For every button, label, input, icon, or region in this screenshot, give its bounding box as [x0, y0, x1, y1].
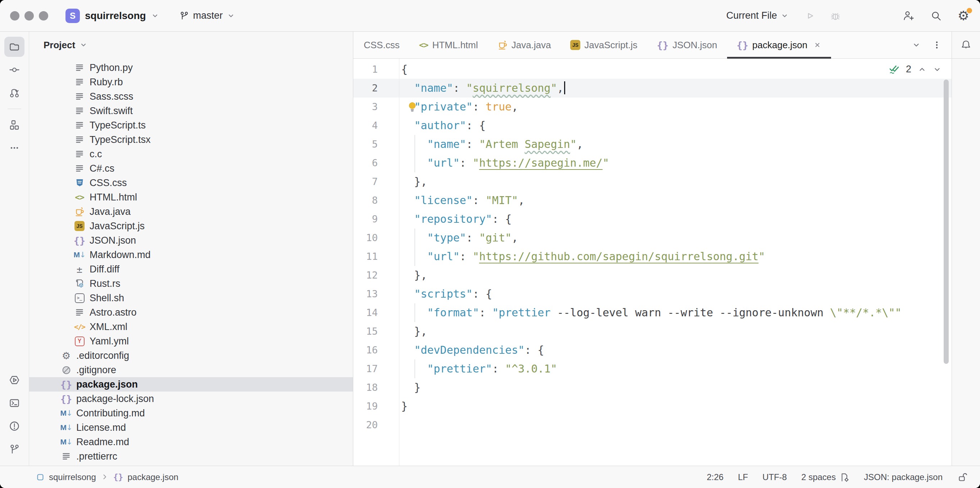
- code-line-content[interactable]: [399, 416, 951, 434]
- tab-css-css[interactable]: CSS.css: [354, 32, 409, 58]
- code-line-content[interactable]: "scripts": {: [399, 285, 951, 303]
- tab-json-json[interactable]: {}JSON.json: [647, 32, 727, 58]
- code-line-content[interactable]: "devDependencies": {: [399, 341, 951, 359]
- code-line-content[interactable]: "author": {: [399, 116, 951, 135]
- vertical-scrollbar[interactable]: [943, 80, 949, 364]
- tree-item-gitignore[interactable]: .gitignore: [29, 363, 353, 377]
- show-hidden-tabs-button[interactable]: [912, 41, 921, 49]
- tab-html-html[interactable]: <>HTML.html: [409, 32, 488, 58]
- tool-stripe-problems-button[interactable]: [4, 416, 24, 436]
- project-widget[interactable]: S squirrelsong: [65, 9, 159, 23]
- vcs-branch-widget[interactable]: master: [179, 10, 235, 21]
- tree-item-shell-sh[interactable]: >_Shell.sh: [29, 291, 353, 305]
- code-token: },: [401, 175, 427, 188]
- code-line-content[interactable]: "private": true,: [399, 97, 951, 116]
- bell-icon[interactable]: [960, 39, 972, 51]
- tree-item-readme-md[interactable]: M↓Readme.md: [29, 435, 353, 449]
- editor-options-kebab-button[interactable]: [932, 40, 942, 49]
- project-panel-header[interactable]: Project: [29, 32, 353, 58]
- tree-item-python-py[interactable]: Python.py: [29, 61, 353, 75]
- tree-item-rust-rs[interactable]: Rust.rs: [29, 276, 353, 291]
- close-window-button[interactable]: [10, 11, 19, 21]
- status-widget-2-26[interactable]: 2:26: [706, 472, 724, 482]
- file-lines-icon: [74, 120, 85, 131]
- tree-item-contributing-md[interactable]: M↓Contributing.md: [29, 406, 353, 420]
- tree-item-prettierrc[interactable]: .prettierrc: [29, 449, 353, 464]
- tree-item-editorconfig[interactable]: ⚙.editorconfig: [29, 348, 353, 363]
- tree-item-html-html[interactable]: <>HTML.html: [29, 190, 353, 204]
- fullscreen-window-button[interactable]: [39, 11, 48, 21]
- code-line-content[interactable]: "name": "squirrelsong",: [399, 79, 951, 97]
- tree-item-css-css[interactable]: CSS.css: [29, 175, 353, 190]
- line-number: 5: [353, 135, 399, 154]
- status-widget-2-spaces[interactable]: 2 spaces: [801, 472, 850, 482]
- breadcrumb-item-squirrelsong[interactable]: squirrelsong: [36, 472, 96, 482]
- tree-item-typescript-tsx[interactable]: TypeScript.tsx: [29, 132, 353, 147]
- code-line-content[interactable]: },: [399, 266, 951, 285]
- code-line-content[interactable]: {: [399, 60, 951, 79]
- tool-stripe-commit-button[interactable]: [4, 60, 24, 80]
- tree-item-javascript-js[interactable]: JSJavaScript.js: [29, 219, 353, 233]
- code-line-content[interactable]: },: [399, 322, 951, 341]
- status-bar-widgets: 2:26LFUTF-82 spacesJSON: package.json: [706, 472, 968, 483]
- tab-package-json[interactable]: {}package.json: [727, 32, 831, 58]
- tool-stripe-pull-request-button[interactable]: [4, 83, 24, 103]
- code-line-content[interactable]: "format": "prettier --log-level warn --w…: [399, 303, 951, 322]
- code-line-content[interactable]: "type": "git",: [399, 228, 951, 247]
- tree-item-package-lock-json[interactable]: {}package-lock.json: [29, 392, 353, 406]
- tree-item-astro-astro[interactable]: Astro.astro: [29, 305, 353, 320]
- minimize-window-button[interactable]: [24, 11, 34, 21]
- tab-javascript-js[interactable]: JSJavaScript.js: [560, 32, 647, 58]
- tree-item-ruby-rb[interactable]: Ruby.rb: [29, 75, 353, 89]
- status-widget-lf[interactable]: LF: [738, 472, 748, 482]
- status-widget-json-package-json[interactable]: JSON: package.json: [864, 472, 943, 482]
- search-everywhere-button[interactable]: [930, 10, 942, 22]
- tree-item-license-md[interactable]: M↓License.md: [29, 420, 353, 435]
- breadcrumb-item-package-json[interactable]: {}package.json: [113, 472, 178, 482]
- code-link[interactable]: https://sapegin.me/: [479, 156, 603, 169]
- code-with-me-button[interactable]: [902, 10, 915, 22]
- previous-problem-button[interactable]: [918, 65, 926, 74]
- tool-stripe-structure-button[interactable]: [4, 115, 24, 135]
- tool-stripe-project-folder-button[interactable]: [4, 37, 24, 57]
- tool-stripe-run-hexagon-button[interactable]: [4, 370, 24, 390]
- tool-stripe-more-button[interactable]: [4, 138, 24, 158]
- tree-item-typescript-ts[interactable]: TypeScript.ts: [29, 118, 353, 132]
- tree-item-markdown-md[interactable]: M↓Markdown.md: [29, 247, 353, 262]
- debug-button[interactable]: [830, 10, 841, 22]
- next-problem-button[interactable]: [933, 65, 942, 74]
- settings-button[interactable]: ⚙: [958, 10, 969, 22]
- tree-item-yaml-yml[interactable]: YYaml.yml: [29, 334, 353, 348]
- code-line-content[interactable]: "url": "https://sapegin.me/": [399, 154, 951, 172]
- tree-item-java-java[interactable]: Java.java: [29, 204, 353, 219]
- code-line-content[interactable]: "url": "https://github.com/sapegin/squir…: [399, 247, 951, 266]
- tree-item-label: .gitignore: [76, 365, 116, 376]
- tree-item-c-cs[interactable]: C#.cs: [29, 161, 353, 175]
- code-line-content[interactable]: "repository": {: [399, 210, 951, 228]
- run-button[interactable]: [805, 10, 815, 21]
- tool-stripe-git-branch-button[interactable]: [4, 439, 24, 459]
- tool-stripe-terminal-button[interactable]: [4, 393, 24, 413]
- run-configuration-selector[interactable]: Current File: [726, 10, 789, 21]
- code-line-content[interactable]: }: [399, 378, 951, 397]
- tree-item-json-json[interactable]: {}JSON.json: [29, 233, 353, 247]
- code-token: "scripts": [414, 287, 473, 300]
- tree-item-sass-scss[interactable]: Sass.scss: [29, 89, 353, 104]
- code-line-content[interactable]: "license": "MIT",: [399, 191, 951, 210]
- tree-item-c-c[interactable]: c.c: [29, 147, 353, 161]
- close-icon[interactable]: [813, 41, 821, 49]
- code-token: ": [473, 250, 479, 263]
- code-line-content[interactable]: }: [399, 397, 951, 416]
- code-line-content[interactable]: "prettier": "^3.0.1": [399, 359, 951, 378]
- tab-java-java[interactable]: Java.java: [488, 32, 561, 58]
- tree-item-xml-xml[interactable]: </>XML.xml: [29, 320, 353, 334]
- code-line-content[interactable]: "name": "Artem Sapegin",: [399, 135, 951, 154]
- status-widget-utf-8[interactable]: UTF-8: [762, 472, 787, 482]
- tree-item-swift-swift[interactable]: Swift.swift: [29, 104, 353, 118]
- inspection-widget[interactable]: 2: [888, 64, 942, 75]
- code-line-content[interactable]: },: [399, 172, 951, 191]
- tree-item-package-json[interactable]: {}package.json: [29, 377, 353, 392]
- status-widget-unlock[interactable]: [957, 472, 968, 483]
- tree-item-diff-diff[interactable]: ±Diff.diff: [29, 262, 353, 276]
- code-link[interactable]: https://github.com/sapegin/squirrelsong.…: [479, 250, 759, 263]
